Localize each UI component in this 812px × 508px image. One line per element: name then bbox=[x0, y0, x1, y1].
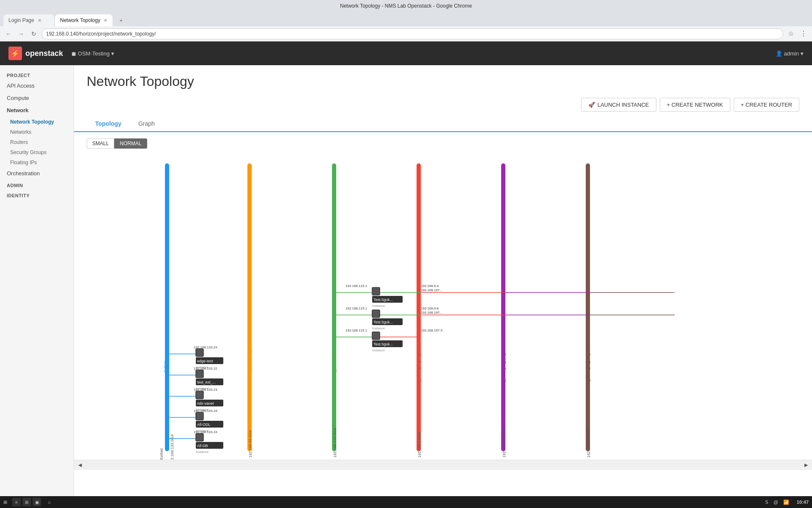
create-router-label: + CREATE ROUTER bbox=[741, 102, 792, 108]
network-line-extnet[interactable] bbox=[165, 163, 169, 451]
sidebar-item-network-topology[interactable]: Network Topology bbox=[0, 116, 74, 127]
browser-tab-login[interactable]: Login Page ✕ bbox=[3, 14, 54, 26]
page-title: Network Topology bbox=[74, 65, 812, 94]
taskbar-home[interactable]: ⌂ bbox=[48, 500, 51, 505]
launch-instance-button[interactable]: 🚀 LAUNCH INSTANCE bbox=[581, 98, 656, 112]
instance-name-5guk-c: Test.5guk... bbox=[373, 342, 393, 346]
forward-button[interactable]: → bbox=[16, 29, 26, 39]
net-ip-6: 192.168.197.0/24 bbox=[587, 428, 591, 458]
create-router-button[interactable]: + CREATE ROUTER bbox=[734, 98, 799, 112]
sidebar-section-admin: Admin bbox=[0, 179, 74, 190]
instance-icon-5guk-c[interactable] bbox=[372, 332, 380, 340]
user-name: admin bbox=[784, 50, 799, 57]
logo-text: openstack bbox=[25, 49, 63, 58]
sidebar-section-identity: Identity bbox=[0, 190, 74, 200]
sidebar-item-api-access[interactable]: API Access bbox=[0, 80, 74, 92]
new-tab-button[interactable]: + bbox=[115, 14, 127, 26]
menu-button[interactable]: ⋮ bbox=[798, 29, 809, 39]
user-dropdown-icon: ▾ bbox=[801, 50, 804, 57]
taskbar-skype: S bbox=[765, 500, 768, 505]
address-bar[interactable]: 192.168.0.140/horizon/project/network_to… bbox=[41, 28, 783, 39]
instance-name-all-db: All-DB bbox=[197, 444, 208, 448]
sidebar-section-project: Project bbox=[0, 69, 74, 80]
taskbar-time: 10:47 bbox=[797, 500, 809, 505]
user-icon: 👤 bbox=[776, 50, 782, 57]
browser-title: Network Topology - NMS Lab Openstack - G… bbox=[3, 3, 809, 9]
net-vtext-3: default_Test.EXNet bbox=[332, 350, 337, 383]
taskbar-network: 📶 bbox=[783, 500, 789, 505]
sidebar-item-security-groups[interactable]: Security Groups bbox=[0, 147, 74, 157]
net-vtext-2: default.test(_2nd_Test_V01 bbox=[248, 343, 252, 390]
network-line-brown[interactable] bbox=[586, 163, 590, 451]
instance-ip-5guk-a-right: 192.168.6.4 bbox=[421, 284, 439, 288]
header-project[interactable]: ◼ OSM-Testing ▾ bbox=[71, 50, 114, 57]
topology-svg: ExtNet 192.168.133.0/24 192.168.59.0/24 … bbox=[82, 155, 793, 460]
instance-ip-5guk-a-left: 192.168.115.1 bbox=[346, 284, 368, 288]
net-vtext-6: default_Test.5guk_ran_network bbox=[586, 340, 590, 393]
status-scroll-right[interactable]: ▶ bbox=[804, 462, 808, 468]
size-normal-button[interactable]: NORMAL bbox=[114, 138, 147, 149]
app-body: Project API Access Compute Network Netwo… bbox=[0, 65, 812, 508]
sidebar-item-routers[interactable]: Routers bbox=[0, 137, 74, 147]
instance-ip-test-ext: 192.168.133.22 bbox=[194, 367, 217, 370]
header-user[interactable]: 👤 admin ▾ bbox=[776, 50, 804, 57]
browser-tab-topology[interactable]: Network Topology ✕ bbox=[55, 14, 112, 26]
reload-button[interactable]: ↻ bbox=[29, 29, 39, 39]
instance-icon-all-db[interactable] bbox=[196, 433, 203, 441]
launch-instance-label: LAUNCH INSTANCE bbox=[598, 102, 649, 108]
network-line-green[interactable] bbox=[332, 163, 336, 451]
instance-ip-5guk-b-left: 192.168.115.1 bbox=[346, 306, 368, 310]
sidebar-item-orchestration[interactable]: Orchestration bbox=[0, 167, 74, 179]
instance-ip-5guk-b-right: 192.168.6.8 bbox=[421, 306, 439, 310]
sidebar-item-compute[interactable]: Compute bbox=[0, 92, 74, 104]
sidebar-item-networks[interactable]: Networks bbox=[0, 127, 74, 137]
create-network-button[interactable]: + CREATE NETWORK bbox=[660, 98, 730, 112]
network-line-orange[interactable] bbox=[247, 163, 252, 451]
address-text: 192.168.0.140/horizon/project/network_to… bbox=[46, 31, 156, 37]
instance-ip-5guk-b-right2: 192.168.197... bbox=[421, 311, 442, 315]
instance-icon-ndx-vanet[interactable] bbox=[196, 391, 203, 399]
taskbar-mail: @ bbox=[774, 500, 778, 505]
instance-name-ndx-vanet: ndx-vanet bbox=[197, 401, 214, 406]
net-label-extnet: ExtNet bbox=[159, 448, 164, 460]
app-header: ⚡ openstack ◼ OSM-Testing ▾ 👤 admin ▾ bbox=[0, 41, 812, 65]
status-bar: ◀ ▶ bbox=[74, 460, 812, 470]
instance-label-all-db: Instance bbox=[196, 450, 209, 454]
instance-name-5guk-a: Test.5guk... bbox=[373, 298, 393, 302]
instance-icon-5guk-b[interactable] bbox=[372, 310, 380, 318]
instance-label-5guk-a: Instance bbox=[372, 304, 385, 308]
tab-topology[interactable]: Topology bbox=[87, 116, 130, 132]
rocket-icon: 🚀 bbox=[588, 102, 595, 108]
instance-name-all-odl: All-ODL bbox=[197, 422, 211, 427]
net-ip-2: 192.168.59.0/24 bbox=[248, 430, 252, 458]
network-line-red[interactable] bbox=[417, 163, 421, 451]
instance-icon-edge-test[interactable] bbox=[196, 349, 203, 356]
tab-close-topology[interactable]: ✕ bbox=[104, 18, 107, 23]
instance-ip-all-odl: 192.168.133.24 bbox=[194, 409, 217, 413]
net-ip-extnet: 192.168.133.0/24 bbox=[170, 434, 174, 460]
browser-title-bar: Network Topology - NMS Lab Openstack - G… bbox=[0, 0, 812, 12]
tb-icon-3[interactable]: ▣ bbox=[33, 498, 41, 506]
tab-graph[interactable]: Graph bbox=[130, 116, 163, 131]
size-small-button[interactable]: SMALL bbox=[87, 138, 114, 149]
status-scroll-left[interactable]: ◀ bbox=[78, 462, 82, 468]
instance-name-test-ext: test_ext_... bbox=[197, 380, 216, 384]
size-toggle: SMALL NORMAL bbox=[74, 136, 812, 151]
tab-close-login[interactable]: ✕ bbox=[38, 18, 41, 23]
net-ip-3: 192.168.115.0/24 bbox=[333, 428, 337, 458]
network-line-purple[interactable] bbox=[501, 163, 505, 451]
instance-icon-5guk-a[interactable] bbox=[372, 287, 380, 295]
back-button[interactable]: ← bbox=[3, 29, 14, 39]
taskbar: ⊞ ≡ ⊞ ▣ ⌂ S @ 📶 10:47 bbox=[0, 496, 812, 508]
sidebar-item-network[interactable]: Network bbox=[0, 104, 74, 116]
tb-icon-2[interactable]: ⊞ bbox=[22, 498, 31, 506]
bookmark-button[interactable]: ☆ bbox=[786, 29, 796, 39]
project-dropdown-icon: ▾ bbox=[111, 50, 114, 57]
tb-icon-1[interactable]: ≡ bbox=[12, 498, 21, 506]
net-vtext-4: default_Test.5guk_ext_network bbox=[417, 340, 421, 393]
instance-icon-all-odl[interactable] bbox=[196, 412, 203, 420]
instance-icon-test-ext[interactable] bbox=[196, 370, 203, 378]
instance-ip-ndx-vanet: 192.168.133.23 bbox=[194, 388, 217, 392]
sidebar: Project API Access Compute Network Netwo… bbox=[0, 65, 74, 508]
sidebar-item-floating-ips[interactable]: Floating IPs bbox=[0, 157, 74, 167]
